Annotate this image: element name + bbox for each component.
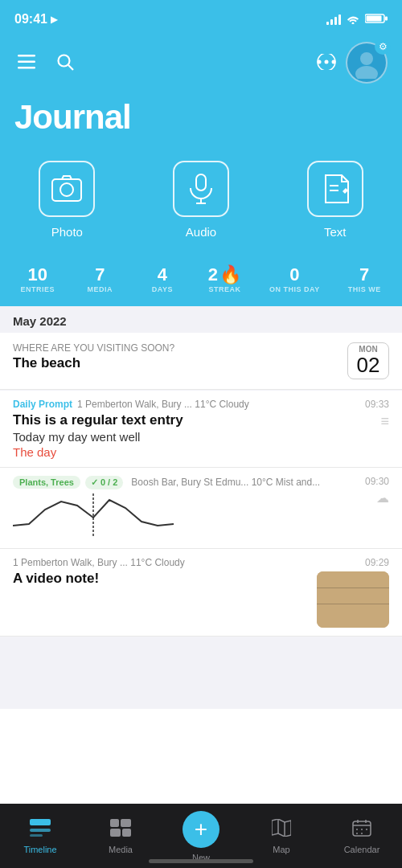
tagged-entry[interactable]: Plants, Trees ✓ 0 / 2 Boosh Bar, Bury St…	[0, 468, 402, 549]
svg-rect-3	[18, 55, 35, 57]
stat-streak-label: STREAK	[208, 285, 240, 293]
svg-point-17	[60, 183, 73, 196]
entry-date-note[interactable]: WHERE ARE YOU VISITING SOON? The beach M…	[0, 333, 402, 390]
stat-entries-value: 10	[28, 266, 47, 284]
menu-button[interactable]	[14, 51, 39, 75]
stat-this-week-label: THIS WE	[348, 285, 381, 293]
text-entry-main: This is a regular text entry	[13, 412, 354, 428]
app-header: ⚙	[0, 35, 402, 84]
svg-line-7	[68, 64, 73, 69]
nav-map[interactable]: Map	[257, 819, 306, 854]
nav-calendar[interactable]: Calendar	[338, 819, 386, 854]
tagged-entry-tags: Plants, Trees ✓ 0 / 2 Boosh Bar, Bury St…	[13, 476, 354, 489]
entry-date-note-meta: WHERE ARE YOU VISITING SOON?	[13, 342, 339, 354]
media-icon	[110, 819, 131, 841]
video-entry-right: 09:29	[317, 557, 389, 628]
fire-icon: 🔥	[219, 266, 241, 284]
svg-rect-28	[30, 829, 51, 832]
stat-days-label: DAYS	[152, 285, 173, 293]
nav-timeline[interactable]: Timeline	[16, 819, 64, 854]
nav-media[interactable]: Media	[96, 819, 145, 854]
svg-rect-4	[18, 60, 35, 63]
wifi-icon	[346, 13, 360, 27]
status-bar: 09:41 ▶	[0, 0, 402, 35]
stats-bar: 10 ENTRIES 7 MEDIA 4 DAYS 2🔥 STREAK 0 ON…	[0, 258, 402, 306]
stat-media-value: 7	[95, 266, 105, 284]
nav-calendar-label: Calendar	[344, 845, 380, 854]
timeline-icon	[30, 819, 51, 841]
svg-rect-31	[121, 819, 131, 827]
date-badge-num: 02	[348, 354, 388, 377]
stat-entries-label: ENTRIES	[21, 285, 55, 293]
content-area: May 2022 WHERE ARE YOU VISITING SOON? Th…	[0, 306, 402, 709]
text-entry-tag-row: Daily Prompt 1 Pemberton Walk, Bury ... …	[13, 399, 354, 410]
more-button[interactable]	[315, 54, 341, 72]
stat-media: 7 MEDIA	[82, 266, 117, 293]
header-right: ⚙	[315, 42, 388, 84]
avatar-wrapper[interactable]: ⚙	[346, 42, 388, 84]
location-arrow-icon: ▶	[51, 14, 57, 25]
text-entry-time: 09:33	[360, 399, 389, 410]
entry-date-note-main: WHERE ARE YOU VISITING SOON? The beach	[13, 342, 339, 371]
photo-button[interactable]: Photo	[39, 161, 95, 239]
stat-streak: 2🔥 STREAK	[207, 266, 242, 293]
time-display: 09:41	[14, 12, 47, 27]
page-title: Journal	[14, 98, 388, 137]
battery-icon	[365, 13, 388, 27]
stat-this-week: 7 THIS WE	[347, 266, 382, 293]
svg-rect-32	[110, 829, 121, 837]
audio-label: Audio	[186, 225, 216, 239]
text-entry[interactable]: Daily Prompt 1 Pemberton Walk, Bury ... …	[0, 391, 402, 468]
photo-label: Photo	[51, 225, 83, 239]
cloud-icon: ☁	[376, 490, 389, 506]
calendar-icon	[352, 819, 371, 841]
journal-title-section: Journal	[0, 84, 402, 137]
svg-rect-2	[385, 16, 388, 20]
stat-media-label: MEDIA	[88, 285, 113, 293]
text-entry-red: The day	[13, 445, 354, 459]
text-button[interactable]: Text	[307, 161, 363, 239]
nav-new[interactable]: + New	[177, 811, 225, 862]
tagged-entry-location: Boosh Bar, Bury St Edmu... 10°C Mist and…	[131, 477, 320, 488]
svg-rect-25	[317, 588, 389, 588]
text-label: Text	[324, 225, 347, 239]
text-entry-content: Daily Prompt 1 Pemberton Walk, Bury ... …	[13, 399, 354, 459]
daily-prompt-tag: Daily Prompt	[13, 399, 72, 410]
date-badge-side: MON 02	[347, 342, 389, 379]
audio-icon-box	[173, 161, 229, 217]
svg-point-13	[355, 66, 378, 79]
text-entry-sub: Today my day went well	[13, 430, 354, 444]
home-indicator	[149, 859, 253, 863]
svg-point-9	[325, 59, 329, 63]
video-entry-location: 1 Pemberton Walk, Bury ... 11°C Cloudy	[13, 557, 310, 568]
svg-point-12	[360, 52, 373, 65]
video-entry-title: A video note!	[13, 571, 310, 587]
plus-icon: +	[195, 818, 207, 841]
entry-buttons: Photo Audio Text	[0, 137, 402, 258]
tagged-entry-content: Plants, Trees ✓ 0 / 2 Boosh Bar, Bury St…	[13, 476, 354, 540]
nav-map-label: Map	[273, 845, 289, 854]
svg-rect-33	[122, 829, 131, 837]
audio-button[interactable]: Audio	[173, 161, 229, 239]
svg-rect-5	[18, 67, 35, 69]
stat-entries: 10 ENTRIES	[20, 266, 55, 293]
entry-date-note-title: The beach	[13, 355, 339, 371]
nav-timeline-label: Timeline	[23, 845, 56, 854]
waveform-svg	[13, 493, 174, 538]
svg-rect-24	[317, 571, 389, 628]
stat-on-this-day-label: ON THIS DAY	[269, 285, 320, 293]
settings-gear-icon: ⚙	[375, 39, 391, 55]
text-icon-box	[307, 161, 363, 217]
date-badge: MON 02	[347, 342, 389, 379]
svg-rect-18	[196, 174, 206, 190]
status-time: 09:41 ▶	[14, 12, 57, 27]
video-entry-time: 09:29	[360, 557, 389, 568]
video-entry[interactable]: 1 Pemberton Walk, Bury ... 11°C Cloudy A…	[0, 549, 402, 637]
stat-on-this-day-value: 0	[289, 266, 299, 284]
stat-streak-value: 2🔥	[208, 266, 241, 284]
nav-media-label: Media	[109, 845, 133, 854]
svg-rect-26	[317, 604, 389, 604]
search-button[interactable]	[53, 50, 77, 76]
svg-marker-34	[272, 819, 291, 837]
text-entry-right: 09:33 ≡	[360, 399, 389, 430]
